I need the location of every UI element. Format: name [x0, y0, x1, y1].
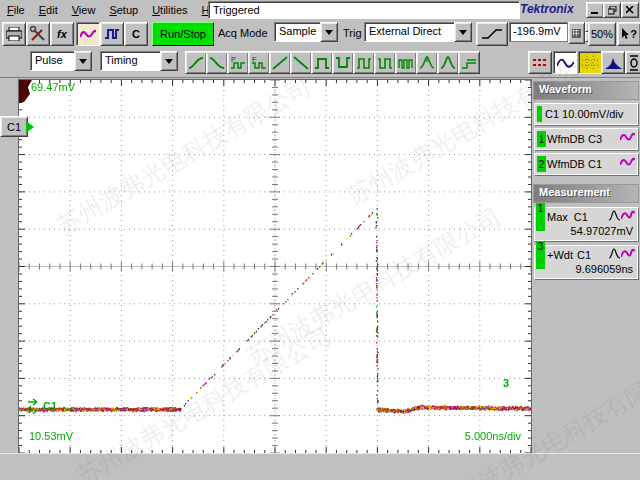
ground-channel-label: C1 [43, 400, 57, 412]
pos-slope-icon [272, 56, 288, 70]
burst-width-button[interactable] [395, 51, 417, 74]
channel-color-bar [537, 106, 542, 122]
tools-button[interactable] [26, 22, 50, 46]
peak-icon [440, 55, 456, 70]
xy-display-button[interactable] [625, 51, 640, 74]
pulse-glyph-icon [608, 247, 621, 260]
settling-button[interactable] [458, 51, 480, 74]
meas1-name: Max [547, 211, 568, 223]
chevron-down-icon [165, 59, 173, 64]
neg-slope-button[interactable] [290, 51, 312, 74]
svg-text:P: P [231, 56, 236, 63]
trigger-status: Triggered [208, 1, 520, 19]
set-50-label: 50% [591, 28, 613, 40]
c-button[interactable]: C [124, 22, 148, 46]
measurement-panel-header: Measurement [533, 184, 639, 203]
menu-utilities[interactable]: Utilities [145, 2, 194, 18]
square-wave-icon [104, 27, 120, 41]
pos-pulse-icon [314, 56, 330, 70]
trig-level-value[interactable]: -196.9mV [509, 22, 568, 42]
pos-width-button[interactable]: P [227, 51, 249, 74]
trig-slope-button[interactable] [476, 22, 508, 46]
measurement2-button[interactable]: 3 +Wdt C1 9.696059ns [534, 245, 638, 279]
restore-button[interactable] [603, 2, 621, 18]
wfmdb2-button[interactable]: 2 WfmDB C1 [534, 153, 638, 175]
channel-arrow-icon [26, 121, 34, 133]
cursors-button[interactable] [528, 51, 552, 74]
rise-time-button[interactable] [185, 51, 207, 74]
context-help-button[interactable]: ? [617, 22, 640, 46]
fall-time-icon [209, 56, 225, 70]
math-fx-button[interactable]: fx [50, 22, 74, 46]
minimize-button[interactable] [586, 2, 604, 18]
acq-mode-value: Sample [274, 22, 320, 42]
menu-setup[interactable]: Setup [102, 2, 145, 18]
sine-wave-icon [557, 57, 574, 69]
graticule-button[interactable] [578, 51, 602, 74]
marker-3: 3 [503, 377, 509, 389]
waveform-panel-header: Waveform [533, 81, 639, 100]
grid-icon [582, 56, 598, 69]
duty-cycle-button[interactable] [374, 51, 396, 74]
rising-slope-icon [481, 28, 503, 40]
print-button[interactable] [2, 22, 26, 46]
period-button[interactable] [353, 51, 375, 74]
minimize-icon [591, 6, 599, 14]
svg-text:F: F [252, 56, 256, 63]
pulse-glyph-icon [608, 209, 621, 222]
trig-label: Trig [343, 27, 362, 39]
wfmdb2-index: 2 [537, 156, 546, 172]
menu-file[interactable]: File [0, 2, 32, 18]
meas-category-select[interactable]: Pulse [30, 51, 92, 71]
wfmdb1-button[interactable]: 1 WfmDB C3 [534, 128, 638, 150]
channel-scale-label: C1 10.00mV/div [545, 108, 623, 120]
glitch-button[interactable] [416, 51, 438, 74]
tektronix-logo: Tektronix [520, 2, 580, 16]
pulse-edit-button[interactable] [100, 22, 124, 46]
measurement1-button[interactable]: 1 Max C1 54.97027mV [534, 207, 638, 241]
duty-cycle-icon [377, 56, 393, 70]
neg-pulse-button[interactable] [332, 51, 354, 74]
oscilloscope-screen: File Edit View Setup Utilities Help Trig… [0, 0, 640, 480]
fall-time-button[interactable] [206, 51, 228, 74]
meas1-value: 54.97027mV [571, 225, 633, 237]
restore-icon [608, 6, 617, 15]
pos-slope-button[interactable] [269, 51, 291, 74]
pos-pulse-button[interactable] [311, 51, 333, 74]
settling-step-icon [461, 56, 477, 70]
meas-subcategory-select[interactable]: Timing [100, 51, 178, 71]
meas1-index: 1 [536, 203, 545, 231]
tools-icon [30, 26, 46, 42]
graticule-display[interactable]: 69.47mV 10.53mV 5.000ns/div 3 C1 [18, 79, 532, 454]
wave-icon [80, 28, 96, 40]
close-icon [626, 6, 634, 14]
channel-reference-marker[interactable]: C1 [0, 116, 28, 137]
neg-width-button[interactable]: F [248, 51, 270, 74]
glitch-peak-icon [419, 55, 435, 70]
meas1-source: C1 [574, 211, 588, 223]
set-to-50-button[interactable]: 50% [588, 22, 616, 46]
trig-level-field[interactable]: -196.9mV [509, 22, 598, 42]
menu-edit[interactable]: Edit [32, 2, 65, 18]
c-icon: C [132, 28, 140, 40]
menu-view[interactable]: View [65, 2, 103, 18]
wfmdb-wave-icon [620, 132, 635, 143]
close-button[interactable] [621, 2, 639, 18]
wfmdb-wave-icon [620, 157, 635, 168]
channel-scale-button[interactable]: C1 10.00mV/div [534, 103, 638, 125]
period-icon [356, 56, 372, 70]
channel-marker-label: C1 [7, 121, 21, 133]
top-voltage-label: 69.47mV [31, 81, 75, 93]
acq-mode-select[interactable]: Sample [274, 22, 338, 42]
meas2-value: 9.696059ns [576, 263, 634, 275]
peak-button[interactable] [437, 51, 459, 74]
run-stop-button[interactable]: Run/Stop [152, 22, 214, 46]
trig-source-select[interactable]: External Direct [364, 22, 472, 42]
waveform-db-button[interactable] [76, 22, 100, 46]
keypad-button[interactable] [568, 22, 585, 44]
chevron-down-icon [79, 59, 87, 64]
vectors-display-button[interactable] [553, 51, 577, 74]
histogram-button[interactable] [601, 51, 625, 74]
bottom-voltage-label: 10.53mV [29, 430, 73, 442]
pos-width-icon: P [230, 55, 247, 70]
